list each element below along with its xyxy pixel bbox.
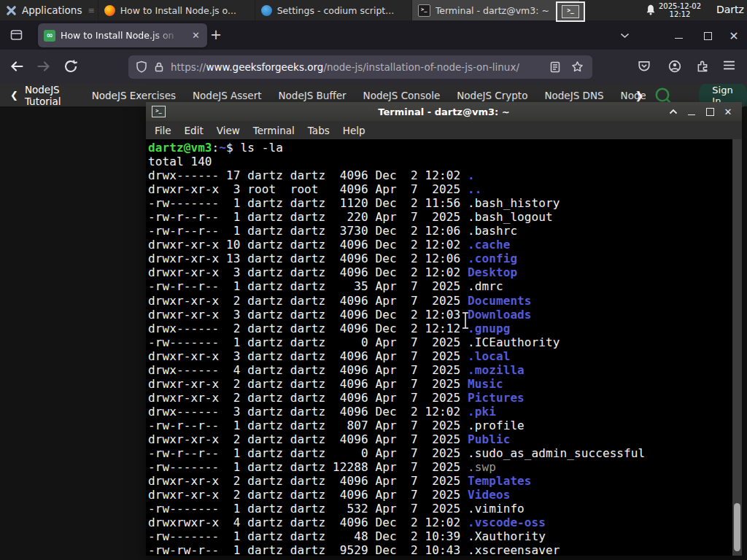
back-button-icon[interactable] bbox=[9, 59, 24, 74]
site-nav-item[interactable]: NodeJS Crypto bbox=[457, 90, 527, 101]
applications-menu-button[interactable]: Applications bbox=[0, 0, 88, 20]
ls-meta: drwx------ 3 dartz dartz 4096 Dec 2 12:0… bbox=[148, 405, 468, 419]
ls-name: .profile bbox=[468, 419, 525, 432]
ls-row: drwxr-xr-x 2 dartz dartz 4096 Apr 7 2025… bbox=[148, 294, 742, 308]
ls-name: . bbox=[468, 168, 475, 182]
ls-meta: drwxr-xr-x 3 dartz dartz 4096 Dec 2 12:0… bbox=[148, 308, 468, 322]
new-tab-button[interactable]: + bbox=[207, 26, 225, 44]
account-icon[interactable] bbox=[668, 60, 681, 73]
tray-terminal-indicator-icon[interactable]: >_ bbox=[556, 1, 585, 22]
site-nav-item[interactable]: NodeJS Exercises bbox=[92, 90, 176, 101]
taskbar-button[interactable]: How to Install Node.js o... bbox=[98, 0, 255, 20]
chevron-right-icon[interactable]: ❯ bbox=[635, 90, 644, 101]
panel-clock[interactable]: 2025-12-02 12:12 bbox=[658, 2, 702, 18]
terminal-shade-button[interactable] bbox=[668, 106, 678, 117]
ls-row: drwxr-xr-x 13 dartz dartz 4096 Dec 2 12:… bbox=[148, 252, 742, 265]
hamburger-menu-icon[interactable] bbox=[723, 60, 735, 71]
terminal-icon: >_ bbox=[418, 4, 430, 17]
reader-view-icon[interactable] bbox=[550, 61, 560, 73]
ls-row: drwx------ 17 dartz dartz 4096 Dec 2 12:… bbox=[148, 168, 742, 182]
ls-row: drwxrwxr-x 4 dartz dartz 4096 Dec 2 12:0… bbox=[148, 516, 742, 529]
clock-date: 2025-12-02 bbox=[658, 2, 702, 10]
ls-meta: drwxr-xr-x 2 dartz dartz 4096 Apr 7 2025 bbox=[148, 488, 468, 502]
tab-close-icon[interactable]: ✕ bbox=[190, 30, 201, 41]
ls-meta: -rw-r--r-- 1 dartz dartz 3730 Dec 2 12:0… bbox=[148, 224, 468, 238]
ls-row: -rw------- 1 dartz dartz 48 Dec 2 10:39 … bbox=[148, 529, 742, 543]
ls-name: .swp bbox=[468, 460, 496, 474]
terminal-scrollbar-thumb[interactable] bbox=[734, 503, 740, 551]
ls-row: drwxr-xr-x 10 dartz dartz 4096 Dec 2 12:… bbox=[148, 238, 742, 252]
ls-row: drwxr-xr-x 2 dartz dartz 4096 Apr 7 2025… bbox=[148, 488, 742, 502]
terminal-minimize-button[interactable] bbox=[686, 106, 697, 117]
terminal-menu-view[interactable]: View bbox=[217, 125, 240, 136]
url-domain: www.geeksforgeeks.org bbox=[206, 61, 323, 73]
ls-meta: -rw------- 1 dartz dartz 532 Apr 7 2025 bbox=[148, 502, 468, 516]
terminal-scrollbar[interactable] bbox=[732, 139, 742, 556]
site-nav-item[interactable]: NodeJS Console bbox=[363, 90, 441, 101]
taskbar-button[interactable]: Settings - codium script... bbox=[255, 0, 411, 20]
ls-name: Templates bbox=[468, 474, 532, 488]
ls-name: .bashrc bbox=[468, 224, 517, 238]
bookmark-star-icon[interactable] bbox=[571, 61, 584, 73]
browser-tab-bar: ∞ How to Install Node.js on ✕ + ✕ bbox=[0, 20, 747, 50]
ls-row: drwxr-xr-x 3 dartz dartz 4096 Apr 7 2025… bbox=[148, 349, 742, 363]
site-nav-primary[interactable]: NodeJS Tutorial bbox=[25, 84, 74, 107]
taskbar-button-label: How to Install Node.js o... bbox=[120, 5, 236, 16]
ls-meta: -rw------- 1 dartz dartz 0 Apr 7 2025 bbox=[148, 335, 468, 349]
list-all-tabs-chevron-icon[interactable] bbox=[616, 28, 633, 44]
window-minimize-button[interactable] bbox=[670, 28, 687, 44]
ls-row: -rw------- 1 dartz dartz 12288 Apr 7 202… bbox=[148, 460, 742, 474]
ls-row: drwxr-xr-x 2 dartz dartz 4096 Apr 7 2025… bbox=[148, 474, 742, 488]
chevron-left-icon[interactable]: ❮ bbox=[10, 90, 18, 101]
ls-row: drwxr-xr-x 3 dartz dartz 4096 Dec 2 12:0… bbox=[148, 308, 742, 322]
ls-name: Music bbox=[468, 377, 503, 391]
notifications-bell-icon[interactable] bbox=[645, 4, 657, 16]
terminal-maximize-button[interactable] bbox=[705, 106, 715, 117]
reload-button-icon[interactable] bbox=[63, 59, 78, 74]
ls-name: .ICEauthority bbox=[468, 335, 560, 349]
ls-meta: drwxr-xr-x 13 dartz dartz 4096 Dec 2 12:… bbox=[148, 252, 468, 265]
ls-row: -rw-r--r-- 1 dartz dartz 3730 Dec 2 12:0… bbox=[148, 224, 742, 238]
extensions-puzzle-icon[interactable] bbox=[696, 60, 709, 73]
tracking-shield-icon[interactable] bbox=[136, 61, 147, 73]
terminal-menubar: FileEditViewTerminalTabsHelp bbox=[146, 121, 742, 139]
ls-row: drwxr-xr-x 2 dartz dartz 4096 Apr 7 2025… bbox=[148, 432, 742, 446]
ls-row: -rw-r--r-- 1 dartz dartz 807 Apr 7 2025 … bbox=[148, 419, 742, 432]
ls-name: .dmrc bbox=[468, 279, 503, 293]
top-panel: Applications ≡ How to Install Node.js o.… bbox=[0, 0, 747, 20]
prompt-cwd: ~ bbox=[219, 141, 226, 155]
ls-row: drwx------ 3 dartz dartz 4096 Dec 2 12:0… bbox=[148, 405, 742, 419]
ls-meta: drwx------ 4 dartz dartz 4096 Apr 7 2025 bbox=[148, 363, 468, 377]
terminal-titlebar[interactable]: >_ Terminal - dartz@vm3: ~ ✕ bbox=[146, 102, 742, 121]
terminal-menu-tabs[interactable]: Tabs bbox=[308, 125, 330, 136]
ibeam-cursor-icon bbox=[461, 311, 470, 330]
window-maximize-button[interactable] bbox=[699, 28, 716, 44]
lock-icon[interactable] bbox=[154, 61, 164, 73]
total-line: total 140 bbox=[148, 155, 742, 168]
ls-name: Videos bbox=[468, 488, 510, 502]
terminal-menu-file[interactable]: File bbox=[155, 125, 171, 136]
terminal-menu-terminal[interactable]: Terminal bbox=[253, 125, 295, 136]
ls-name: Pictures bbox=[468, 391, 525, 405]
ls-name: .pki bbox=[468, 405, 496, 419]
browser-tab[interactable]: ∞ How to Install Node.js on ✕ bbox=[38, 23, 207, 47]
firefox-view-icon[interactable] bbox=[10, 29, 23, 41]
terminal-menu-help[interactable]: Help bbox=[343, 125, 365, 136]
site-nav-item[interactable]: NodeJS Assert bbox=[193, 90, 262, 101]
site-nav-item[interactable]: NodeJS DNS bbox=[544, 90, 603, 101]
ls-row: -rw------- 1 dartz dartz 532 Apr 7 2025 … bbox=[148, 502, 742, 516]
window-close-button[interactable]: ✕ bbox=[725, 28, 743, 44]
url-bar[interactable]: https://www.geeksforgeeks.org/node-js/in… bbox=[128, 55, 592, 79]
terminal-menu-edit[interactable]: Edit bbox=[185, 125, 204, 136]
prompt-colon: : bbox=[212, 141, 220, 155]
terminal-close-button[interactable]: ✕ bbox=[723, 106, 733, 117]
ls-meta: drwx------ 2 dartz dartz 4096 Dec 2 12:1… bbox=[148, 322, 468, 335]
prompt-command: ls -la bbox=[241, 141, 283, 155]
browser-toolbar: https://www.geeksforgeeks.org/node-js/in… bbox=[0, 50, 747, 84]
taskbar-button[interactable]: >_Terminal - dartz@vm3: ~ bbox=[411, 0, 579, 20]
pocket-icon[interactable] bbox=[638, 60, 651, 73]
site-nav-item[interactable]: NodeJS Buffer bbox=[279, 90, 347, 101]
forward-button-icon[interactable] bbox=[36, 59, 51, 74]
distro-logo-icon bbox=[6, 5, 17, 16]
terminal-output[interactable]: dartz@vm3:~$ ls -la total 140 drwx------… bbox=[146, 139, 742, 556]
